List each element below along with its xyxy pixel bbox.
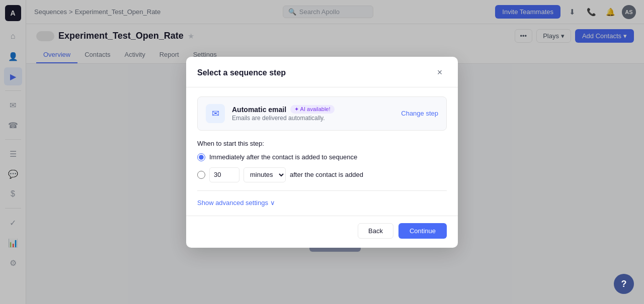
step-card: ✉ Automatic email ✦ AI available! Emails…: [197, 96, 447, 131]
modal-title: Select a sequence step: [197, 68, 286, 77]
ai-badge: ✦ AI available!: [290, 105, 334, 114]
timing-delay-suffix: after the contact is added: [290, 171, 363, 178]
step-card-left: ✉ Automatic email ✦ AI available! Emails…: [206, 104, 335, 123]
modal-overlay: Select a sequence step × ✉ Automatic ema…: [0, 0, 644, 304]
email-step-icon: ✉: [206, 104, 225, 123]
modal: Select a sequence step × ✉ Automatic ema…: [186, 57, 458, 248]
timing-radio-immediate[interactable]: [197, 153, 205, 161]
step-info: Automatic email ✦ AI available! Emails a…: [232, 105, 335, 122]
modal-footer: Back Continue: [186, 216, 458, 248]
modal-close-button[interactable]: ×: [433, 66, 447, 80]
advanced-chevron-icon: ∨: [270, 199, 275, 207]
timing-delay-number-input[interactable]: [209, 167, 239, 182]
timing-section-label: When to start this step:: [197, 140, 447, 147]
step-info-title: Automatic email ✦ AI available!: [232, 105, 335, 114]
timing-option-delay: minutes hours days after the contact is …: [197, 167, 447, 182]
timing-delay-unit-select[interactable]: minutes hours days: [244, 167, 286, 182]
timing-radio-group: Immediately after the contact is added t…: [197, 153, 447, 182]
continue-button[interactable]: Continue: [398, 223, 447, 239]
change-step-link[interactable]: Change step: [401, 110, 438, 117]
modal-divider: [197, 190, 447, 191]
timing-label-immediate: Immediately after the contact is added t…: [209, 153, 357, 161]
timing-option-immediate: Immediately after the contact is added t…: [197, 153, 447, 161]
show-advanced-settings-link[interactable]: Show advanced settings ∨: [197, 199, 447, 207]
modal-header: Select a sequence step ×: [186, 57, 458, 87]
step-info-description: Emails are delivered automatically.: [232, 115, 335, 122]
modal-body: ✉ Automatic email ✦ AI available! Emails…: [186, 87, 458, 216]
timing-radio-delay[interactable]: [197, 171, 205, 179]
back-button[interactable]: Back: [358, 223, 393, 239]
help-bubble[interactable]: ?: [614, 274, 634, 294]
